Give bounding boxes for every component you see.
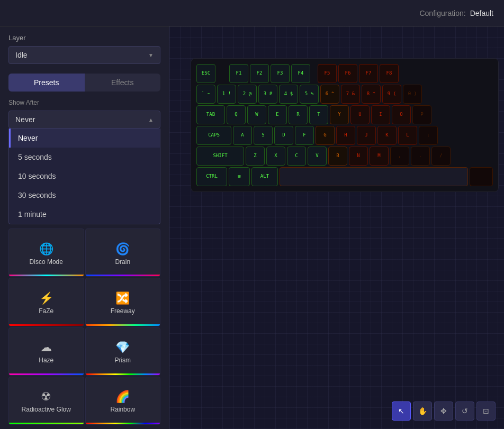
preset-item-prism[interactable]: 💎 Prism xyxy=(85,327,161,376)
presets-grid: 🌐 Disco Mode 🌀 Drain ⚡ FaZe 🔀 Freeway ☁ … xyxy=(0,224,169,429)
tab-effects[interactable]: Effects xyxy=(85,74,161,92)
key-backtick[interactable]: ` ~ xyxy=(196,85,215,104)
key-7[interactable]: 7 & xyxy=(341,85,360,104)
key-8[interactable]: 8 * xyxy=(362,85,381,104)
key-ctrl[interactable]: CTRL xyxy=(196,167,227,186)
key-z[interactable]: Z xyxy=(246,147,265,166)
key-f8[interactable]: F8 xyxy=(380,64,399,83)
key-w[interactable]: W xyxy=(247,105,266,124)
keyboard: ESC F1 F2 F3 F4 F5 F6 F7 F8 ` ~ 1 ! 2 @ xyxy=(191,58,499,192)
key-1[interactable]: 1 ! xyxy=(217,85,236,104)
key-g[interactable]: G xyxy=(316,126,335,145)
key-d[interactable]: D xyxy=(274,126,293,145)
key-k[interactable]: K xyxy=(377,126,397,145)
key-f2[interactable]: F2 xyxy=(250,64,269,83)
key-t[interactable]: T xyxy=(309,105,328,124)
preset-icon-drain: 🌀 xyxy=(115,242,130,256)
key-esc[interactable]: ESC xyxy=(196,64,215,83)
key-o[interactable]: O xyxy=(392,105,411,124)
key-f[interactable]: F xyxy=(295,126,314,145)
preset-item-disco-mode[interactable]: 🌐 Disco Mode xyxy=(8,229,84,277)
key-shift[interactable]: SHIFT xyxy=(196,147,244,166)
key-v[interactable]: V xyxy=(308,147,327,166)
key-3[interactable]: 3 # xyxy=(258,85,277,104)
toolbar-btn-move[interactable]: ✥ xyxy=(434,401,453,421)
top-bar: Configuration: Default xyxy=(0,0,504,26)
key-row-fn: ESC F1 F2 F3 F4 F5 F6 F7 F8 xyxy=(196,64,493,83)
preset-bar-radioactive-glow xyxy=(9,423,84,424)
preset-icon-freeway: 🔀 xyxy=(115,291,130,305)
key-f7[interactable]: F7 xyxy=(359,64,378,83)
bottom-toolbar: ↖✋✥↺⊡ xyxy=(392,401,496,421)
key-m[interactable]: M xyxy=(370,147,389,166)
key-slash[interactable]: / xyxy=(431,147,451,166)
key-comma[interactable]: , xyxy=(390,147,409,166)
key-ralt[interactable] xyxy=(470,167,493,186)
preset-bar-disco-mode xyxy=(9,275,84,276)
key-c[interactable]: C xyxy=(287,147,306,166)
config-label: Configuration: xyxy=(419,9,465,17)
tab-bar: Presets Effects xyxy=(8,74,160,92)
preset-name-rainbow: Rainbow xyxy=(110,406,135,413)
dropdown-item-1-minute[interactable]: 1 minute xyxy=(9,205,160,224)
key-win[interactable]: ⊞ xyxy=(229,167,250,186)
key-f4[interactable]: F4 xyxy=(291,64,310,83)
toolbar-btn-redo[interactable]: ⊡ xyxy=(476,401,496,421)
toolbar-btn-pan[interactable]: ✋ xyxy=(413,401,432,421)
preset-item-radioactive-glow[interactable]: ☢ Radioactive Glow xyxy=(8,377,84,425)
key-r[interactable]: R xyxy=(289,105,308,124)
key-s[interactable]: S xyxy=(254,126,273,145)
layer-select[interactable]: Idle ▼ xyxy=(8,46,160,64)
key-semi[interactable]: ; xyxy=(419,126,438,145)
preset-name-freeway: Freeway xyxy=(111,307,135,315)
preset-item-rainbow[interactable]: 🌈 Rainbow xyxy=(85,377,161,425)
preset-name-disco-mode: Disco Mode xyxy=(30,258,63,266)
key-y[interactable]: Y xyxy=(330,105,349,124)
key-f6[interactable]: F6 xyxy=(338,64,357,83)
dropdown-item-30-seconds[interactable]: 30 seconds xyxy=(9,186,160,205)
show-after-dropdown[interactable]: Never ▲ xyxy=(8,111,160,129)
key-tab[interactable]: TAB xyxy=(196,105,225,124)
key-p[interactable]: P xyxy=(412,105,431,124)
preset-item-freeway[interactable]: 🔀 Freeway xyxy=(85,278,161,326)
key-q[interactable]: Q xyxy=(227,105,246,124)
key-space[interactable] xyxy=(280,167,468,186)
key-f1[interactable]: F1 xyxy=(229,64,248,83)
key-u[interactable]: U xyxy=(350,105,370,124)
key-e[interactable]: E xyxy=(268,105,287,124)
key-b[interactable]: B xyxy=(328,147,347,166)
preset-item-haze[interactable]: ☁ Haze xyxy=(8,327,84,376)
preset-name-prism: Prism xyxy=(114,357,131,364)
key-x[interactable]: X xyxy=(266,147,285,166)
tab-presets[interactable]: Presets xyxy=(8,74,85,92)
key-n[interactable]: N xyxy=(349,147,368,166)
toolbar-btn-undo[interactable]: ↺ xyxy=(455,401,474,421)
key-f3[interactable]: F3 xyxy=(271,64,290,83)
key-alt[interactable]: ALT xyxy=(251,167,278,186)
key-0[interactable]: 0 ) xyxy=(403,85,422,104)
dropdown-item-never[interactable]: Never xyxy=(9,129,160,148)
key-period[interactable]: . xyxy=(411,147,430,166)
key-5[interactable]: 5 % xyxy=(300,85,319,104)
key-a[interactable]: A xyxy=(233,126,252,145)
layer-label: Layer xyxy=(8,34,160,42)
dropdown-item-10-seconds[interactable]: 10 seconds xyxy=(9,167,160,186)
key-l[interactable]: L xyxy=(398,126,417,145)
dropdown-item-5-seconds[interactable]: 5 seconds xyxy=(9,148,160,167)
key-i[interactable]: I xyxy=(371,105,390,124)
key-6[interactable]: 6 ^ xyxy=(320,85,339,104)
dropdown-container: Never ▲ Never5 seconds10 seconds30 secon… xyxy=(8,111,160,224)
key-4[interactable]: 4 $ xyxy=(279,85,298,104)
preset-item-drain[interactable]: 🌀 Drain xyxy=(85,229,161,277)
layer-value: Idle xyxy=(15,51,28,59)
preset-item-faze[interactable]: ⚡ FaZe xyxy=(8,278,84,326)
key-h[interactable]: H xyxy=(336,126,355,145)
key-j[interactable]: J xyxy=(357,126,376,145)
key-f5[interactable]: F5 xyxy=(318,64,337,83)
key-2[interactable]: 2 @ xyxy=(238,85,257,104)
key-9[interactable]: 9 ( xyxy=(382,85,401,104)
key-caps[interactable]: CAPS xyxy=(196,126,231,145)
preset-name-drain: Drain xyxy=(115,258,130,266)
preset-icon-prism: 💎 xyxy=(115,341,130,354)
toolbar-btn-select[interactable]: ↖ xyxy=(392,401,411,421)
